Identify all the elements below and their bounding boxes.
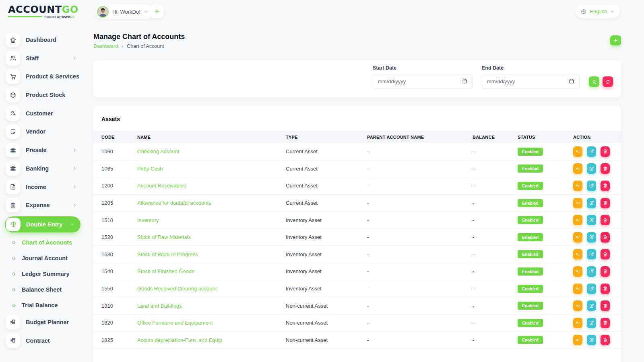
transaction-button[interactable] <box>573 146 582 157</box>
sidebar-item-income[interactable]: Income <box>6 180 80 194</box>
transaction-button[interactable] <box>573 266 582 277</box>
sidebar-nav: DashboardStaffProduct & ServicesProduct … <box>6 33 80 348</box>
sidebar-item-staff[interactable]: Staff <box>6 51 80 66</box>
cell-actions <box>565 335 621 345</box>
reset-filter-button[interactable] <box>603 76 613 87</box>
edit-button[interactable] <box>587 284 596 294</box>
account-name-link[interactable]: Account Receivables <box>137 183 186 189</box>
sidebar-item-budget-planner[interactable]: Budget Planner <box>6 315 80 329</box>
create-account-button[interactable] <box>610 35 621 45</box>
edit-button[interactable] <box>587 249 596 259</box>
delete-button[interactable] <box>601 163 610 174</box>
delete-button[interactable] <box>601 318 610 328</box>
calendar-icon[interactable] <box>569 78 574 84</box>
delete-button[interactable] <box>601 146 610 157</box>
edit-icon <box>589 200 594 206</box>
bullet-icon <box>11 256 16 260</box>
transaction-button[interactable] <box>573 300 582 311</box>
breadcrumb-dashboard-link[interactable]: Dashboard <box>93 43 118 49</box>
account-name-link[interactable]: Stock of Work In Progress <box>137 251 198 257</box>
edit-button[interactable] <box>587 146 596 157</box>
delete-button[interactable] <box>601 249 610 259</box>
edit-button[interactable] <box>587 215 596 225</box>
transaction-button[interactable] <box>573 215 582 225</box>
edit-button[interactable] <box>587 266 596 277</box>
bank-icon <box>10 165 17 172</box>
end-date-input[interactable]: mm/dd/yyyy <box>482 74 580 88</box>
account-name-link[interactable]: Land and Buildings <box>137 303 182 309</box>
transaction-button[interactable] <box>573 318 582 328</box>
transaction-button[interactable] <box>573 163 582 174</box>
delete-button[interactable] <box>601 181 610 191</box>
breadcrumb-current: Chart of Account <box>127 43 164 49</box>
sidebar-subitem-label: Journal Account <box>22 255 68 261</box>
start-date-input[interactable]: mm/dd/yyyy <box>373 74 473 88</box>
account-name-link[interactable]: Office Furniture and Equipement <box>137 320 213 326</box>
table-row: 1205Allowance for doubtful accountsCurre… <box>93 195 621 212</box>
account-name-link[interactable]: Checking Account <box>137 148 179 154</box>
quick-add-button[interactable] <box>151 4 163 18</box>
edit-button[interactable] <box>587 318 596 328</box>
sidebar-item-dashboard[interactable]: Dashboard <box>6 33 80 47</box>
sidebar-subitem-chart-of-accounts[interactable]: Chart of Accounts <box>6 237 80 249</box>
sidebar-item-product-stock[interactable]: Product Stock <box>6 88 80 102</box>
delete-button[interactable] <box>601 335 610 345</box>
edit-button[interactable] <box>587 232 596 243</box>
sidebar-subitem-ledger-summary[interactable]: Ledger Summary <box>6 268 80 280</box>
sidebar-item-customer[interactable]: Customer <box>6 106 80 121</box>
sidebar-item-double-entry[interactable]: Double Entry <box>5 216 80 232</box>
sidebar-subitem-journal-account[interactable]: Journal Account <box>6 252 80 264</box>
sidebar-subitem-trial-balance[interactable]: Trial Balance <box>6 299 80 311</box>
coins-icon <box>10 319 17 325</box>
delete-button[interactable] <box>601 198 610 208</box>
sidebar-item-vendor[interactable]: Vendor <box>6 124 80 139</box>
edit-button[interactable] <box>587 198 596 208</box>
apply-filter-button[interactable] <box>589 76 599 87</box>
delete-button[interactable] <box>601 284 610 294</box>
delete-button[interactable] <box>601 300 610 311</box>
edit-icon <box>589 166 594 171</box>
sidebar-item-banking[interactable]: Banking <box>6 161 80 176</box>
chevron-down-icon <box>143 9 149 14</box>
sidebar-item-contract[interactable]: Contract <box>6 333 80 348</box>
edit-button[interactable] <box>587 335 596 345</box>
cell-name: Inventory <box>129 217 278 223</box>
transaction-button[interactable] <box>573 232 582 243</box>
account-name-link[interactable]: Accum.depreciation-Furn. and Equip <box>137 337 222 343</box>
transaction-button[interactable] <box>573 198 582 208</box>
account-name-link[interactable]: Goods Received Clearing account <box>137 286 217 292</box>
account-name-link[interactable]: Allowance for doubtful accounts <box>137 200 211 206</box>
sidebar-icon-box <box>6 218 21 231</box>
brand-logo[interactable]: ACCOUNTGO Powered By WORKDO <box>8 5 74 18</box>
edit-button[interactable] <box>587 300 596 311</box>
edit-icon <box>589 269 594 274</box>
account-name-link[interactable]: Stock of Finished Goods <box>137 268 194 274</box>
edit-button[interactable] <box>587 163 596 174</box>
sidebar-subitem-balance-sheet[interactable]: Balance Sheet <box>6 284 80 296</box>
cell-name: Office Furniture and Equipement <box>129 320 278 326</box>
delete-button[interactable] <box>601 232 610 243</box>
sidebar-item-presale[interactable]: Presale <box>6 143 80 157</box>
account-name-link[interactable]: Inventory <box>137 217 159 223</box>
edit-button[interactable] <box>587 181 596 191</box>
trash-icon <box>603 183 608 188</box>
globe-icon <box>580 8 587 15</box>
sidebar-item-product-services[interactable]: Product & Services <box>6 69 80 84</box>
cell-name: Stock of Work In Progress <box>129 251 278 257</box>
delete-button[interactable] <box>601 266 610 277</box>
transaction-button[interactable] <box>573 284 582 294</box>
delete-button[interactable] <box>601 215 610 225</box>
account-name-link[interactable]: Stock of Raw Materials <box>137 234 191 240</box>
chevron-right-icon <box>72 184 77 189</box>
trash-icon <box>603 218 608 223</box>
user-menu[interactable]: Hi, WorkDo! <box>95 4 153 19</box>
clipboard-dollar-icon <box>10 202 17 209</box>
transaction-button[interactable] <box>573 335 582 345</box>
calendar-icon[interactable] <box>462 78 468 84</box>
account-name-link[interactable]: Petty Cash <box>137 166 163 172</box>
sidebar-item-label: Expense <box>26 202 72 208</box>
transaction-button[interactable] <box>573 181 582 191</box>
transaction-button[interactable] <box>573 249 582 259</box>
sidebar-item-expense[interactable]: Expense <box>6 198 80 212</box>
language-selector[interactable]: English <box>576 5 620 18</box>
